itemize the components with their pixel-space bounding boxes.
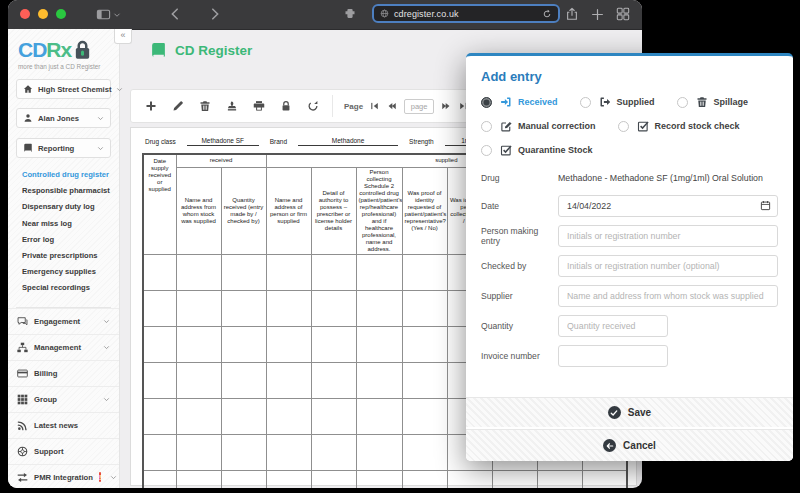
refresh-icon[interactable] (307, 100, 319, 112)
entry-type-supplied[interactable]: Supplied (580, 96, 655, 108)
reporting-submenu: Controlled drug register Responsible pha… (22, 167, 119, 297)
padlock-logo-icon (74, 40, 91, 60)
page-title: CD Register (150, 42, 252, 59)
entry-type-quarantine-stock[interactable]: Quarantine Stock (481, 144, 593, 156)
entry-type-spillage[interactable]: Spillage (677, 96, 749, 108)
forward-button[interactable] (208, 7, 222, 21)
book-icon (23, 143, 33, 153)
nav-controlled-drug-register[interactable]: Controlled drug register (22, 167, 119, 183)
sign-in-icon (500, 96, 512, 108)
minimize-window-button[interactable] (38, 9, 48, 19)
register-book-icon (150, 42, 167, 59)
date-input[interactable] (558, 195, 778, 217)
cancel-button[interactable]: Cancel (466, 429, 793, 461)
checked-by-field-row: Checked by (481, 255, 778, 277)
nav-error-log[interactable]: Error log (22, 232, 119, 248)
chevron-down-icon (97, 115, 104, 122)
back-button[interactable] (168, 7, 182, 21)
page-number-input[interactable] (404, 99, 434, 114)
person-field-row: Person making entry (481, 225, 778, 247)
edit-square-icon (500, 120, 512, 132)
sitemap-icon (17, 342, 28, 353)
invoice-number-input[interactable] (558, 345, 668, 367)
address-bar[interactable]: cdregister.co.uk (372, 4, 560, 23)
date-label: Date (481, 201, 558, 211)
checked-by-input[interactable] (558, 255, 778, 277)
nav-special-recordings[interactable]: Special recordings (22, 280, 119, 296)
page-label: Page (344, 102, 363, 111)
supplier-field-row: Supplier (481, 285, 778, 307)
first-page-icon[interactable] (370, 101, 380, 111)
entry-type-manual-correction[interactable]: Manual correction (481, 120, 596, 132)
reload-icon[interactable] (542, 9, 552, 19)
delete-icon[interactable] (199, 100, 211, 112)
window-controls (20, 9, 66, 19)
logo-text: CDRx (18, 40, 71, 60)
rss-icon (17, 420, 28, 431)
toolbar-actions (131, 100, 332, 112)
extension-icon[interactable] (344, 7, 356, 19)
sidebar-item-pmr-integration[interactable]: PMR Integration ! (8, 464, 119, 488)
column-header: Name and address from whom stock was sup… (176, 167, 221, 254)
sidebar-item-management[interactable]: Management (8, 334, 119, 360)
sidebar-item-group[interactable]: Group (8, 386, 119, 412)
lock-icon[interactable] (280, 100, 292, 112)
drug-label: Drug (481, 173, 558, 183)
radio-quarantine-stock (481, 145, 492, 156)
user-selector[interactable]: Alan Jones (16, 108, 111, 128)
add-entry-modal: Add entry Received Supplied Spillage Man… (466, 53, 793, 461)
radio-manual-correction (481, 121, 492, 132)
column-header: Name and address of person or firm suppl… (266, 167, 311, 254)
user-icon (23, 113, 33, 123)
close-window-button[interactable] (20, 9, 30, 19)
collapse-sidebar-button[interactable]: « (114, 29, 132, 44)
chevron-down-icon (110, 474, 117, 481)
supplier-input[interactable] (558, 285, 778, 307)
nav-dispensary-duty-log[interactable]: Dispensary duty log (22, 199, 119, 215)
person-making-entry-input[interactable] (558, 225, 778, 247)
nav-near-miss-log[interactable]: Near miss log (22, 216, 119, 232)
brand-value: Methadone (298, 137, 398, 146)
entry-type-row: Manual correction Record stock check (481, 120, 793, 132)
nav-emergency-supplies[interactable]: Emergency supplies (22, 264, 119, 280)
check-square-icon (500, 144, 512, 156)
nav-private-prescriptions[interactable]: Private prescriptions (22, 248, 119, 264)
drug-class-value: Methadone SF (187, 137, 259, 146)
invoice-number-label: Invoice number (481, 351, 558, 361)
tab-overview-icon[interactable] (616, 7, 630, 21)
sidebar-item-support[interactable]: Support (8, 438, 119, 464)
sidebar-item-reporting[interactable]: Reporting (16, 138, 111, 158)
radio-spillage (677, 97, 688, 108)
invoice-field-row: Invoice number (481, 345, 778, 367)
strength-label: Strength (409, 138, 434, 146)
add-entry-icon[interactable] (145, 100, 157, 112)
pharmacy-selector[interactable]: High Street Chemist (16, 79, 111, 99)
trash-icon (696, 96, 708, 108)
save-button[interactable]: Save (466, 397, 793, 427)
stamp-icon[interactable] (226, 100, 238, 112)
nav-responsible-pharmacist[interactable]: Responsible pharmacist (22, 183, 119, 199)
print-icon[interactable] (253, 100, 265, 112)
edit-icon[interactable] (172, 100, 184, 112)
new-tab-icon[interactable] (591, 8, 604, 21)
share-icon[interactable] (565, 7, 579, 21)
sidebar-toggle-button[interactable] (96, 7, 121, 22)
calendar-icon[interactable] (760, 200, 771, 211)
next-page-icon[interactable] (441, 101, 451, 111)
entry-type-received[interactable]: Received (481, 96, 558, 108)
person-making-entry-label: Person making entry (481, 226, 558, 246)
zoom-window-button[interactable] (56, 9, 66, 19)
grid-icon (17, 394, 28, 405)
sidebar-item-engagement[interactable]: Engagement (8, 308, 119, 334)
column-group-received: received (176, 154, 266, 167)
comments-icon (17, 316, 28, 327)
radio-record-stock-check (618, 121, 629, 132)
sidebar-item-latest-news[interactable]: Latest news (8, 412, 119, 438)
back-circle-icon (603, 439, 616, 452)
sidebar-item-billing[interactable]: Billing (8, 360, 119, 386)
previous-page-icon[interactable] (387, 101, 397, 111)
logo-tagline: more than just a CD Register (18, 63, 119, 70)
quantity-input[interactable] (558, 315, 668, 337)
entry-type-record-stock-check[interactable]: Record stock check (618, 120, 740, 132)
chrome-actions (565, 7, 630, 21)
